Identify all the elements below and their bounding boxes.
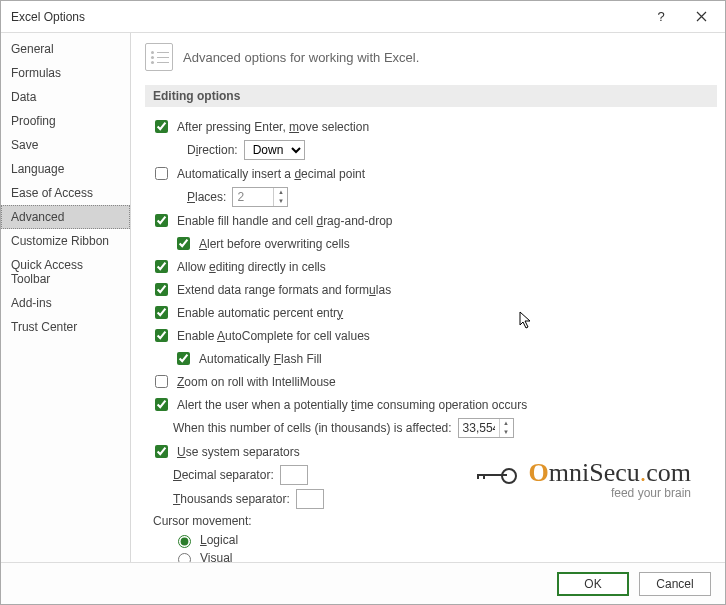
sidebar-item-quick-access-toolbar[interactable]: Quick Access Toolbar [1,253,130,291]
cancel-button[interactable]: Cancel [639,572,711,596]
fill-handle-label: Enable fill handle and cell drag-and-dro… [177,214,393,228]
titlebar: Excel Options ? [1,1,725,33]
sidebar-item-ease-of-access[interactable]: Ease of Access [1,181,130,205]
cursor-visual-radio[interactable] [178,553,191,562]
alert-overwrite-label: Alert before overwriting cells [199,237,350,251]
cursor-logical-radio[interactable] [178,535,191,548]
auto-decimal-label: Automatically insert a decimal point [177,167,365,181]
content-wrap: Advanced options for working with Excel.… [131,33,725,562]
percent-entry-checkbox[interactable] [155,306,168,319]
direction-label: Direction: [187,143,238,157]
auto-decimal-checkbox[interactable] [155,167,168,180]
flash-fill-label: Automatically Flash Fill [199,352,322,366]
thousands-sep-input[interactable] [296,489,324,509]
edit-in-cell-checkbox[interactable] [155,260,168,273]
decimal-sep-label: Decimal separator: [173,468,274,482]
section-editing-options: Editing options [145,85,717,107]
extend-range-checkbox[interactable] [155,283,168,296]
system-separators-label: Use system separators [177,445,300,459]
extend-range-label: Extend data range formats and formulas [177,283,391,297]
close-button[interactable] [681,2,721,32]
sidebar-item-general[interactable]: General [1,37,130,61]
spin-up-icon[interactable]: ▲ [273,188,287,197]
autocomplete-checkbox[interactable] [155,329,168,342]
content-scroll[interactable]: Advanced options for working with Excel.… [131,33,725,562]
close-icon [696,11,707,22]
alert-overwrite-checkbox[interactable] [177,237,190,250]
category-sidebar: General Formulas Data Proofing Save Lang… [1,33,131,562]
dialog-body: General Formulas Data Proofing Save Lang… [1,33,725,562]
page-header-text: Advanced options for working with Excel. [183,50,419,65]
sidebar-item-proofing[interactable]: Proofing [1,109,130,133]
cursor-logical-label: Logical [200,533,238,547]
decimal-sep-input[interactable] [280,465,308,485]
after-enter-label: After pressing Enter, move selection [177,120,369,134]
spin-up-icon[interactable]: ▲ [499,419,513,428]
cursor-visual-label: Visual [200,551,232,562]
sidebar-item-formulas[interactable]: Formulas [1,61,130,85]
places-spinner[interactable]: ▲▼ [232,187,288,207]
after-enter-checkbox[interactable] [155,120,168,133]
ok-button[interactable]: OK [557,572,629,596]
sidebar-item-customize-ribbon[interactable]: Customize Ribbon [1,229,130,253]
excel-options-dialog: Excel Options ? General Formulas Data Pr… [0,0,726,605]
page-header: Advanced options for working with Excel. [145,43,717,71]
percent-entry-label: Enable automatic percent entry [177,306,343,320]
editing-options-group: After pressing Enter, move selection Dir… [145,115,717,562]
sidebar-item-trust-center[interactable]: Trust Center [1,315,130,339]
alert-time-label: Alert the user when a potentially time c… [177,398,527,412]
cursor-movement-label: Cursor movement: [153,514,252,528]
sidebar-item-save[interactable]: Save [1,133,130,157]
dialog-footer: OK Cancel [1,562,725,604]
places-label: Places: [187,190,226,204]
system-separators-checkbox[interactable] [155,445,168,458]
num-cells-label: When this number of cells (in thousands)… [173,421,452,435]
sidebar-item-add-ins[interactable]: Add-ins [1,291,130,315]
options-list-icon [145,43,173,71]
alert-time-checkbox[interactable] [155,398,168,411]
zoom-intellimouse-checkbox[interactable] [155,375,168,388]
zoom-intellimouse-label: Zoom on roll with IntelliMouse [177,375,336,389]
spin-down-icon[interactable]: ▼ [499,428,513,437]
window-title: Excel Options [11,10,641,24]
direction-select[interactable]: Down [244,140,305,160]
edit-in-cell-label: Allow editing directly in cells [177,260,326,274]
thousands-sep-label: Thousands separator: [173,492,290,506]
spin-down-icon[interactable]: ▼ [273,197,287,206]
sidebar-item-language[interactable]: Language [1,157,130,181]
autocomplete-label: Enable AutoComplete for cell values [177,329,370,343]
flash-fill-checkbox[interactable] [177,352,190,365]
num-cells-spinner[interactable]: ▲▼ [458,418,514,438]
sidebar-item-advanced[interactable]: Advanced [1,205,130,229]
fill-handle-checkbox[interactable] [155,214,168,227]
sidebar-item-data[interactable]: Data [1,85,130,109]
help-button[interactable]: ? [641,2,681,32]
